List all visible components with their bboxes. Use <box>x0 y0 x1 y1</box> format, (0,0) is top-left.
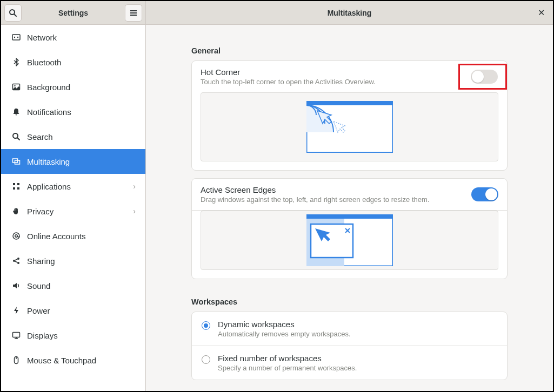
window-body: NetworkBluetoothBackgroundNotificationsS… <box>1 25 553 391</box>
hot-corner-illustration <box>201 92 498 161</box>
svg-rect-14 <box>13 183 15 185</box>
hot-corner-highlight <box>458 64 507 90</box>
multitask-icon <box>11 157 22 166</box>
fixed-workspaces-desc: Specify a number of permanent workspaces… <box>218 364 497 372</box>
hot-corner-card: Hot Corner Touch the top-left corner to … <box>191 60 508 171</box>
titlebar-content-section: Multitasking ✕ <box>146 1 553 24</box>
sidebar-item-label: Bluetooth <box>27 58 136 67</box>
chevron-right-icon: › <box>133 207 136 215</box>
sidebar-item-label: Displays <box>27 331 136 340</box>
share-icon <box>11 256 22 265</box>
hot-corner-desc: Touch the top-left corner to open the Ac… <box>201 78 450 86</box>
sidebar-item-online-accounts[interactable]: Online Accounts <box>1 224 145 248</box>
bell-icon <box>11 107 22 116</box>
active-edges-illustration <box>201 211 498 270</box>
close-icon: ✕ <box>538 8 545 18</box>
sidebar-item-privacy[interactable]: Privacy› <box>1 199 145 224</box>
svg-rect-16 <box>13 187 15 190</box>
sidebar-item-label: Sound <box>27 281 136 290</box>
sidebar-item-search[interactable]: Search <box>1 124 145 149</box>
sidebar-item-label: Multitasking <box>27 157 136 166</box>
workspaces-card: Dynamic workspaces Automatically removes… <box>191 312 508 380</box>
svg-rect-31 <box>306 101 393 105</box>
dynamic-workspaces-radio-row[interactable]: Dynamic workspaces Automatically removes… <box>192 312 507 346</box>
active-edges-row: Active Screen Edges Drag windows against… <box>192 179 507 211</box>
sidebar-item-label: Network <box>27 33 136 42</box>
active-edges-title: Active Screen Edges <box>201 185 471 194</box>
svg-line-1 <box>14 14 16 16</box>
sidebar-item-label: Applications <box>27 182 133 191</box>
mouse-icon <box>11 356 22 364</box>
svg-rect-25 <box>13 333 20 337</box>
network-icon <box>11 33 22 42</box>
sidebar-item-label: Notifications <box>27 107 136 117</box>
dynamic-workspaces-desc: Automatically removes empty workspaces. <box>218 330 497 338</box>
hot-corner-title: Hot Corner <box>201 67 450 77</box>
close-button[interactable]: ✕ <box>535 6 548 19</box>
svg-rect-5 <box>12 35 20 40</box>
titlebar-sidebar-section: Settings <box>1 1 146 24</box>
menu-button[interactable] <box>125 4 142 22</box>
titlebar: Settings Multitasking ✕ <box>1 1 553 25</box>
sidebar-item-bluetooth[interactable]: Bluetooth <box>1 50 145 75</box>
svg-point-21 <box>17 258 19 260</box>
svg-rect-15 <box>17 183 19 185</box>
sidebar-item-applications[interactable]: Applications› <box>1 174 145 199</box>
sidebar-item-displays[interactable]: Displays <box>1 323 145 348</box>
search-icon <box>9 9 17 17</box>
svg-line-11 <box>17 138 19 140</box>
svg-point-20 <box>13 260 15 262</box>
svg-point-22 <box>17 262 19 264</box>
fixed-workspaces-title: Fixed number of workspaces <box>218 354 497 363</box>
dynamic-workspaces-title: Dynamic workspaces <box>218 320 497 329</box>
active-edges-card: Active Screen Edges Drag windows against… <box>191 178 508 279</box>
hot-corner-switch[interactable] <box>471 70 498 84</box>
apps-icon <box>11 182 22 191</box>
bluetooth-icon <box>11 58 22 66</box>
sidebar-item-power[interactable]: Power <box>1 298 145 323</box>
background-icon <box>11 83 22 91</box>
content-area[interactable]: General Hot Corner Touch the top-left co… <box>146 25 553 391</box>
hand-icon <box>11 207 22 215</box>
power-icon <box>11 306 22 315</box>
sidebar-item-network[interactable]: Network <box>1 25 145 50</box>
sidebar-item-label: Privacy <box>27 207 133 216</box>
display-icon <box>11 331 22 340</box>
fixed-workspaces-radio-row[interactable]: Fixed number of workspaces Specify a num… <box>192 346 507 380</box>
svg-point-9 <box>14 85 15 86</box>
section-title-general: General <box>191 46 508 55</box>
svg-line-23 <box>15 259 18 260</box>
sidebar-item-label: Search <box>27 132 136 141</box>
sidebar-item-label: Background <box>27 83 136 92</box>
at-icon <box>11 232 22 240</box>
fixed-workspaces-radio[interactable] <box>202 355 210 364</box>
sidebar-item-mouse-touchpad[interactable]: Mouse & Touchpad <box>1 348 145 373</box>
sound-icon <box>11 281 22 290</box>
sidebar-item-label: Online Accounts <box>27 232 136 241</box>
hot-corner-row: Hot Corner Touch the top-left corner to … <box>192 61 507 92</box>
dynamic-workspaces-radio[interactable] <box>202 321 210 330</box>
sidebar-item-sharing[interactable]: Sharing <box>1 248 145 273</box>
sidebar-item-background[interactable]: Background <box>1 75 145 99</box>
chevron-right-icon: › <box>133 182 136 191</box>
active-edges-desc: Drag windows against the top, left, and … <box>201 195 471 204</box>
sidebar-item-sound[interactable]: Sound <box>1 273 145 298</box>
sidebar[interactable]: NetworkBluetoothBackgroundNotificationsS… <box>1 25 146 391</box>
sidebar-item-notifications[interactable]: Notifications <box>1 99 145 124</box>
sidebar-item-multitasking[interactable]: Multitasking <box>1 149 145 174</box>
sidebar-item-label: Sharing <box>27 256 136 266</box>
svg-rect-33 <box>306 214 393 219</box>
section-title-workspaces: Workspaces <box>191 298 508 306</box>
sidebar-item-label: Power <box>27 306 136 315</box>
page-title: Multitasking <box>328 9 372 17</box>
svg-point-18 <box>13 233 19 239</box>
svg-point-7 <box>17 37 18 38</box>
sidebar-item-label: Mouse & Touchpad <box>27 356 136 365</box>
active-edges-switch[interactable] <box>471 187 498 201</box>
svg-line-24 <box>15 261 18 262</box>
svg-rect-17 <box>17 187 19 190</box>
settings-window: Settings Multitasking ✕ NetworkBluetooth… <box>0 0 554 392</box>
hamburger-icon <box>129 9 138 17</box>
search-button[interactable] <box>4 4 22 22</box>
search-icon <box>11 132 22 141</box>
